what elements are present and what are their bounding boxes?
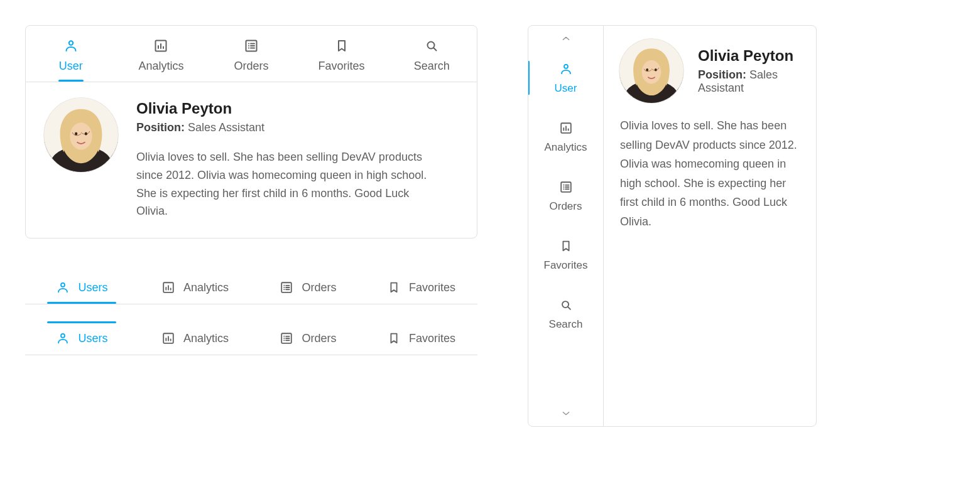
bookmark-icon bbox=[386, 280, 401, 295]
tab-users[interactable]: Users bbox=[25, 271, 138, 304]
tab-label: Search bbox=[549, 318, 583, 331]
tab-label: Orders bbox=[302, 332, 336, 345]
profile-notes: Olivia loves to sell. She has been selli… bbox=[136, 148, 438, 220]
tab-label: User bbox=[59, 60, 83, 73]
tab-label: Analytics bbox=[183, 281, 229, 294]
avatar bbox=[619, 38, 684, 104]
tab-label: Analytics bbox=[138, 60, 183, 73]
tab-analytics[interactable]: Analytics bbox=[116, 26, 207, 82]
tab-label: Orders bbox=[550, 200, 582, 213]
analytics-icon bbox=[161, 331, 176, 346]
scroll-next-button[interactable] bbox=[528, 404, 603, 422]
orders-icon bbox=[279, 331, 294, 346]
tab-orders[interactable]: Orders bbox=[251, 271, 364, 304]
tab-label: Analytics bbox=[183, 332, 229, 345]
tab-label: Favorites bbox=[318, 60, 365, 73]
search-icon bbox=[558, 297, 574, 313]
tab-user[interactable]: User bbox=[26, 26, 116, 82]
vtab-search[interactable]: Search bbox=[528, 284, 603, 343]
tab-label: Favorites bbox=[544, 259, 588, 272]
vtab-favorites[interactable]: Favorites bbox=[528, 225, 603, 284]
tab-label: Orders bbox=[234, 60, 268, 73]
profile-text: Olivia Peyton Position: Sales Assistant … bbox=[136, 97, 438, 220]
tab-content-user: Olivia Peyton Position: Sales Assistant … bbox=[26, 82, 477, 238]
tab-favorites[interactable]: Favorites bbox=[364, 322, 477, 355]
tab-content-user: Olivia Peyton Position: Sales Assistant … bbox=[604, 26, 816, 426]
tab-favorites[interactable]: Favorites bbox=[297, 26, 387, 82]
orders-icon bbox=[279, 280, 294, 295]
tab-orders[interactable]: Orders bbox=[206, 26, 297, 82]
tab-label: Search bbox=[414, 60, 450, 73]
tab-label: Analytics bbox=[544, 141, 587, 154]
position-label: Position: bbox=[698, 68, 746, 81]
bookmark-icon bbox=[333, 37, 351, 55]
tab-analytics[interactable]: Analytics bbox=[138, 322, 251, 355]
tab-label: Favorites bbox=[409, 332, 455, 345]
scroll-prev-button[interactable] bbox=[528, 29, 603, 48]
tab-label: Favorites bbox=[409, 281, 455, 294]
user-icon bbox=[55, 280, 70, 295]
vtab-analytics[interactable]: Analytics bbox=[528, 107, 603, 166]
tab-users[interactable]: Users bbox=[25, 322, 138, 355]
profile-name: Olivia Peyton bbox=[698, 47, 801, 65]
orders-icon bbox=[558, 179, 574, 195]
tabbar-inline-1: Users Analytics Orders Favorites bbox=[25, 271, 477, 304]
vtab-user[interactable]: User bbox=[528, 48, 603, 107]
tabs-top: User Analytics Orders Favorites Search bbox=[26, 26, 477, 82]
user-icon bbox=[55, 331, 70, 346]
user-icon bbox=[62, 37, 80, 55]
tab-search[interactable]: Search bbox=[386, 26, 477, 82]
profile-notes: Olivia loves to sell. She has been selli… bbox=[604, 107, 816, 247]
panel-vertical-tabs: User Analytics Orders Favorites Search bbox=[528, 25, 817, 427]
bookmark-icon bbox=[558, 238, 574, 254]
vtab-orders[interactable]: Orders bbox=[528, 166, 603, 225]
profile-name: Olivia Peyton bbox=[136, 100, 438, 117]
tab-orders[interactable]: Orders bbox=[251, 322, 364, 355]
analytics-icon bbox=[161, 280, 176, 295]
profile-position: Position: Sales Assistant bbox=[136, 121, 438, 134]
vertical-tabs: User Analytics Orders Favorites Search bbox=[528, 26, 604, 426]
tabbar-inline-2: Users Analytics Orders Favorites bbox=[25, 322, 477, 355]
avatar bbox=[43, 97, 119, 173]
panel-horizontal-tabs: User Analytics Orders Favorites Search bbox=[25, 25, 477, 238]
orders-icon bbox=[242, 37, 260, 55]
analytics-icon bbox=[152, 37, 170, 55]
tab-label: Users bbox=[78, 281, 107, 294]
user-icon bbox=[558, 61, 574, 77]
tab-analytics[interactable]: Analytics bbox=[138, 271, 251, 304]
analytics-icon bbox=[558, 120, 574, 136]
profile-position: Position: Sales Assistant bbox=[698, 68, 801, 95]
tab-label: Orders bbox=[302, 281, 336, 294]
profile-text: Olivia Peyton Position: Sales Assistant bbox=[698, 47, 801, 95]
position-label: Position: bbox=[136, 121, 185, 134]
search-icon bbox=[423, 37, 440, 55]
tab-favorites[interactable]: Favorites bbox=[364, 271, 477, 304]
tab-label: User bbox=[555, 82, 577, 95]
tab-label: Users bbox=[78, 332, 107, 345]
position-value: Sales Assistant bbox=[188, 121, 264, 134]
bookmark-icon bbox=[386, 331, 401, 346]
